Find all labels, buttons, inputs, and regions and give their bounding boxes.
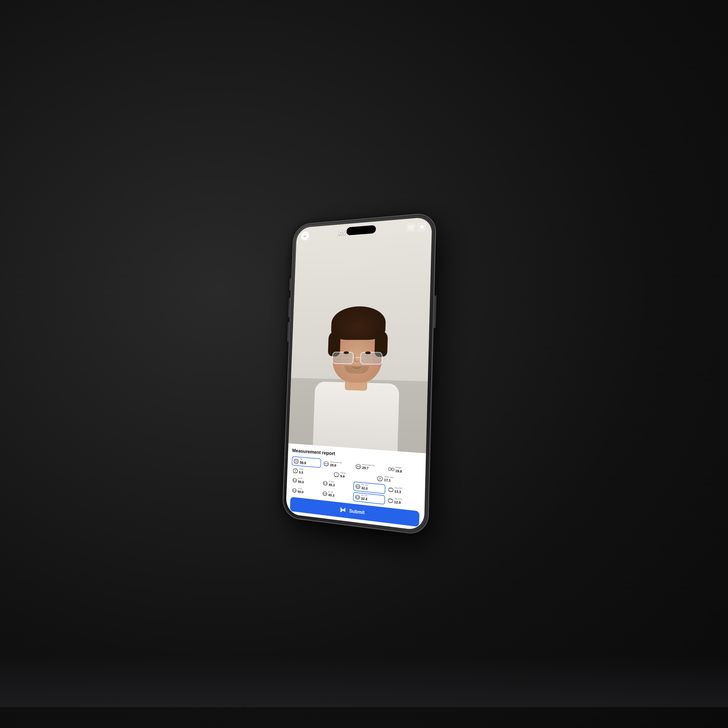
svg-point-44 <box>293 489 294 491</box>
svg-point-29 <box>377 476 382 481</box>
mail-icon <box>408 226 413 229</box>
panto-measurement: Panto. 9.6 <box>332 470 375 482</box>
a-od-measurement: A OD 50.0 <box>291 476 321 487</box>
svg-point-51 <box>358 497 359 498</box>
b-os-icon <box>322 491 327 496</box>
svg-point-14 <box>295 460 296 462</box>
svg-line-6 <box>371 351 372 365</box>
b-od-icon <box>323 481 328 486</box>
vertex-icon <box>377 476 383 482</box>
svg-point-21 <box>359 466 359 467</box>
svg-point-30 <box>379 478 381 479</box>
home-icon <box>419 224 424 229</box>
top-os-measurement: Top (OS) 12.9 <box>386 495 420 508</box>
svg-rect-1 <box>360 352 382 364</box>
volume-down-button[interactable] <box>287 322 290 342</box>
oc-od-measurement: OC OD 32.0 <box>353 482 385 494</box>
mail-button[interactable] <box>406 223 416 232</box>
svg-point-17 <box>325 463 326 464</box>
svg-marker-55 <box>340 507 346 513</box>
mute-button[interactable] <box>289 278 292 291</box>
oc-os-icon <box>355 494 360 500</box>
floor <box>0 655 728 707</box>
screen-bezel: ← AVOLUX <box>286 217 432 531</box>
pd-measurement: PD 58.6 <box>292 456 321 468</box>
svg-point-48 <box>326 493 326 494</box>
svg-line-28 <box>336 473 337 477</box>
svg-point-39 <box>358 486 359 487</box>
submit-label: Submit <box>349 508 365 515</box>
svg-point-50 <box>356 496 357 497</box>
panto-icon <box>333 472 339 477</box>
svg-line-54 <box>388 499 393 500</box>
svg-point-33 <box>295 480 296 481</box>
submit-icon <box>339 506 347 514</box>
svg-point-37 <box>355 484 360 489</box>
svg-point-26 <box>295 470 296 471</box>
svg-rect-22 <box>389 468 391 471</box>
svg-point-20 <box>357 466 358 467</box>
svg-point-19 <box>356 464 361 469</box>
svg-point-53 <box>388 499 393 503</box>
header-icons <box>406 222 427 232</box>
oc-od-icon <box>355 484 361 489</box>
svg-point-49 <box>355 495 360 499</box>
a-od-icon <box>292 478 297 483</box>
measurement-panel: Measurement report <box>286 443 426 531</box>
mono-os-icon <box>355 463 361 469</box>
monocular-os-measurement: Monocular OS 29.7 <box>354 462 386 474</box>
back-button[interactable]: ← <box>301 231 309 240</box>
svg-point-35 <box>324 483 325 483</box>
oc-os-measurement: OC OS 32.4 <box>353 492 385 505</box>
svg-marker-12 <box>420 225 424 229</box>
svg-rect-11 <box>409 226 413 229</box>
back-icon: ← <box>303 233 307 239</box>
vertex-dist-measurement: Vertex Dist 17.1 <box>375 474 421 486</box>
wrap-icon <box>292 468 298 473</box>
pd-icon <box>293 458 299 464</box>
svg-point-15 <box>297 461 298 462</box>
power-button[interactable] <box>433 295 437 328</box>
phone-wrapper: ← AVOLUX <box>282 213 436 535</box>
mono-od-icon <box>323 461 329 467</box>
volume-up-button[interactable] <box>288 298 291 317</box>
svg-point-38 <box>356 486 357 487</box>
svg-point-18 <box>327 463 328 464</box>
monocular-od-measurement: Monocular OD 28.9 <box>322 459 353 471</box>
camera-area: ← AVOLUX <box>288 217 432 453</box>
b-od-measurement: B OD 45.3 <box>321 479 352 490</box>
svg-point-32 <box>294 480 294 481</box>
scene: ← AVOLUX <box>0 0 728 728</box>
home-button[interactable] <box>417 222 427 232</box>
a-os-icon <box>292 488 297 493</box>
phone-outer: ← AVOLUX <box>282 213 436 535</box>
screen-content: ← AVOLUX <box>286 217 432 531</box>
bridge-icon <box>388 467 395 472</box>
svg-point-45 <box>295 490 296 491</box>
svg-rect-23 <box>392 468 394 471</box>
top-os-icon <box>387 498 393 503</box>
a-os-measurement: A OS 50.0 <box>291 485 320 497</box>
svg-point-41 <box>388 488 393 492</box>
top-od-icon <box>388 487 394 492</box>
svg-point-47 <box>323 493 324 494</box>
submit-button[interactable]: Submit <box>290 497 419 527</box>
bridge-measurement: Bridge 19.8 <box>387 464 421 477</box>
svg-line-42 <box>389 489 393 489</box>
b-os-measurement: B OS 45.3 <box>321 489 352 501</box>
top-od-measurement: Top (OD) 13.3 <box>386 485 420 497</box>
svg-point-36 <box>326 483 327 484</box>
